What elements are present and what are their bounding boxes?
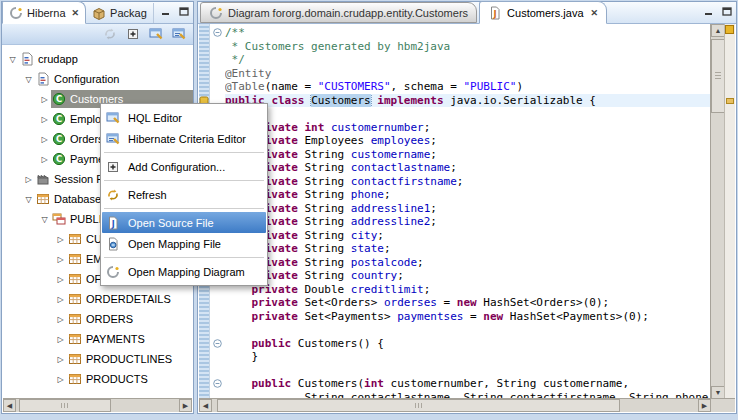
expand-arrow-icon[interactable]: ▷ — [54, 275, 67, 284]
minimize-button[interactable] — [159, 5, 173, 17]
code-text: */ — [225, 53, 710, 67]
tree-item-label: Configuration — [54, 73, 119, 85]
scroll-left-arrow-icon[interactable]: ◀ — [199, 399, 212, 412]
maximize-button[interactable] — [177, 5, 191, 17]
collapse-arrow-icon[interactable]: ▽ — [22, 195, 35, 204]
scrollbar-thumb[interactable] — [711, 39, 725, 113]
view-tab-label: Hiberna — [27, 7, 66, 19]
criteria-editor-button[interactable] — [170, 26, 187, 43]
scroll-right-arrow-icon[interactable]: ▶ — [698, 399, 711, 412]
menu-item-label: Open Mapping Diagram — [128, 266, 245, 278]
menu-item-open-mapping-file[interactable]: Open Mapping File — [102, 233, 266, 254]
hql-editor-button[interactable] — [147, 26, 164, 43]
expand-arrow-icon[interactable]: ▷ — [38, 95, 51, 104]
scrollbar-track[interactable] — [212, 399, 698, 412]
minimize-button[interactable] — [702, 5, 716, 17]
overview-ruler[interactable] — [724, 24, 735, 399]
code-line: private String postalcode; — [210, 256, 710, 270]
menu-item-add-configuration[interactable]: Add Configuration... — [102, 156, 266, 177]
fold-collapse-icon[interactable] — [210, 339, 225, 348]
maximize-button[interactable] — [720, 5, 734, 17]
svg-text:C: C — [56, 114, 62, 124]
view-tab-package-explorer[interactable]: Packag — [86, 3, 154, 23]
expand-arrow-icon[interactable]: ▷ — [38, 115, 51, 124]
scrollbar-track[interactable] — [711, 37, 725, 386]
menu-item-hql-editor[interactable]: HQL Editor — [102, 107, 266, 128]
add-configuration-button[interactable] — [124, 26, 141, 43]
scrollbar-thumb[interactable] — [217, 399, 620, 412]
code-text: @Entity — [225, 67, 710, 81]
code-text: private String contactlastname; — [225, 161, 710, 175]
scrollbar-track[interactable] — [16, 399, 179, 412]
expand-arrow-icon[interactable]: ▷ — [54, 235, 67, 244]
expand-arrow-icon[interactable]: ▷ — [54, 355, 67, 364]
code-line: * Customers generated by hbm2java — [210, 40, 710, 54]
expand-arrow-icon[interactable]: ▷ — [38, 155, 51, 164]
code-text: private String postalcode; — [225, 256, 710, 270]
expand-arrow-icon[interactable]: ▷ — [54, 315, 67, 324]
expand-arrow-icon[interactable]: ▷ — [22, 175, 35, 184]
menu-item-refresh[interactable]: Refresh — [102, 184, 266, 205]
scrollbar-thumb[interactable] — [19, 399, 110, 412]
expand-arrow-icon[interactable]: ▷ — [38, 135, 51, 144]
tree-item-products[interactable]: ▷PRODUCTS — [2, 369, 193, 389]
menu-separator — [104, 208, 264, 209]
code-text: @Table(name = "CUSTOMERS", schema = "PUB… — [225, 80, 710, 94]
code-line: private Set<Payments> paymentses = new H… — [210, 310, 710, 324]
context-menu: HQL Editor Hibernate Criteria Editor Add… — [100, 103, 268, 286]
table-icon — [68, 272, 82, 286]
menu-item-open-source-file[interactable]: J Open Source File — [102, 212, 266, 233]
tree-item-orders[interactable]: ▷ORDERS — [2, 309, 193, 329]
scroll-up-arrow-icon[interactable]: ▲ — [711, 24, 725, 37]
table-icon — [68, 312, 82, 326]
code-line: private String country; — [210, 269, 710, 283]
java-editor[interactable]: /** * Customers generated by hbm2java */… — [199, 24, 735, 399]
editor-tab-diagram[interactable]: Diagram fororg.domain.crudapp.entity.Cus… — [200, 2, 477, 23]
expand-arrow-icon[interactable]: ▷ — [54, 255, 67, 264]
code-text: * Customers generated by hbm2java — [225, 40, 710, 54]
class-icon: C — [52, 132, 66, 146]
editor-tab-label: Customers.java — [507, 7, 583, 19]
editor-vertical-scrollbar[interactable]: ▲ ▼ — [710, 24, 725, 399]
scroll-left-arrow-icon[interactable]: ◀ — [3, 399, 16, 412]
menu-item-hibernate-criteria-editor[interactable]: Hibernate Criteria Editor — [102, 128, 266, 149]
tree-item-band: PAYMENTS — [67, 330, 193, 348]
tree-item-productlines[interactable]: ▷PRODUCTLINES — [2, 349, 193, 369]
overview-annotations-icon[interactable] — [725, 25, 734, 34]
tree-item-payments[interactable]: ▷PAYMENTS — [2, 329, 193, 349]
menu-item-label: Open Mapping File — [128, 238, 221, 250]
expand-arrow-icon[interactable]: ▷ — [54, 335, 67, 344]
collapse-arrow-icon[interactable]: ▽ — [6, 55, 19, 64]
scroll-right-arrow-icon[interactable]: ▶ — [179, 399, 192, 412]
menu-item-label: Add Configuration... — [128, 161, 225, 173]
code-line: private String addressline1; — [210, 202, 710, 216]
fold-collapse-icon[interactable] — [210, 379, 225, 388]
tree-item-crudapp[interactable]: ▽crudapp — [2, 49, 193, 69]
left-horizontal-scrollbar[interactable]: ◀ ▶ — [3, 398, 192, 412]
expand-arrow-icon[interactable]: ▷ — [54, 375, 67, 384]
code-line: private String city; — [210, 229, 710, 243]
code-line: private String customername; — [210, 148, 710, 162]
fold-collapse-icon[interactable] — [210, 28, 225, 37]
editor-area: Diagram fororg.domain.crudapp.entity.Cus… — [197, 1, 737, 414]
open-mapping-diagram-icon — [106, 264, 122, 279]
criteria-editor-icon — [172, 27, 186, 41]
view-tab-hibernate[interactable]: Hiberna ✕ — [2, 1, 86, 24]
close-icon[interactable]: ✕ — [591, 8, 599, 18]
close-icon[interactable]: ✕ — [72, 8, 80, 18]
expand-arrow-icon[interactable]: ▷ — [54, 295, 67, 304]
collapse-arrow-icon[interactable]: ▽ — [22, 75, 35, 84]
refresh-button[interactable] — [101, 26, 118, 43]
collapse-arrow-icon[interactable]: ▽ — [38, 215, 51, 224]
view-toolbar — [2, 24, 193, 45]
overview-marker[interactable] — [726, 98, 734, 104]
code-text: private Double creditlimit; — [225, 283, 710, 297]
editor-horizontal-scrollbar[interactable]: ◀ ▶ — [199, 398, 711, 412]
menu-item-open-mapping-diagram[interactable]: Open Mapping Diagram — [102, 261, 266, 282]
editor-tab-customers-java[interactable]: J Customers.java ✕ — [479, 1, 607, 24]
code-text: private String addressline1; — [225, 202, 710, 216]
code-text: private String contactfirstname; — [225, 175, 710, 189]
tree-item-configuration[interactable]: ▽Configuration — [2, 69, 193, 89]
svg-text:C: C — [56, 94, 62, 104]
tree-item-orderdetails[interactable]: ▷ORDERDETAILS — [2, 289, 193, 309]
